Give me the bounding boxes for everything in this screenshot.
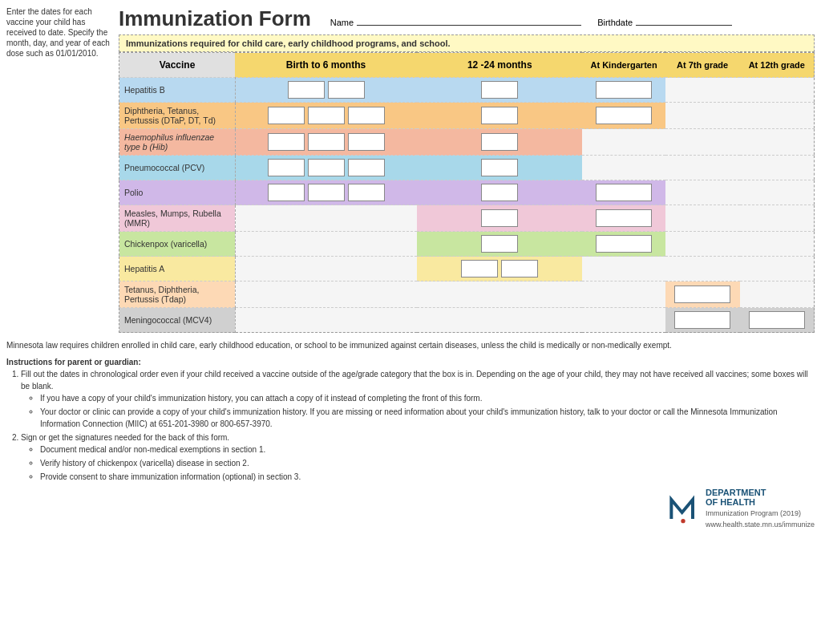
dose-cell [235, 103, 417, 129]
dose-cell [582, 281, 665, 308]
dose-input[interactable] [288, 81, 325, 99]
vaccine-name: Hepatitis A [119, 257, 236, 281]
bullet-2b: Verify history of chickenpox (varicella)… [40, 457, 815, 469]
dose-cell [740, 78, 815, 103]
dose-cell [740, 308, 815, 333]
dose-cell [665, 232, 740, 257]
birthdate-line [636, 25, 732, 26]
dose-cell [582, 257, 665, 281]
dose-cell [235, 205, 417, 232]
dose-input[interactable] [481, 81, 518, 99]
dose-input[interactable] [268, 133, 305, 151]
dose-input[interactable] [481, 107, 518, 124]
dose-cell [665, 129, 740, 156]
dose-cell [417, 129, 582, 156]
dose-cell [235, 232, 417, 257]
dose-cell [740, 103, 815, 129]
required-banner: Immunizations required for child care, e… [119, 34, 815, 52]
dose-input[interactable] [596, 107, 652, 124]
dose-cell [582, 78, 665, 103]
vaccine-name: Chickenpox (varicella) [119, 232, 236, 257]
dose-input[interactable] [596, 235, 652, 253]
vaccine-name: Meningococcal (MCV4) [119, 308, 236, 333]
dose-input[interactable] [674, 286, 730, 303]
svg-point-1 [681, 519, 685, 523]
vaccine-name: Polio [119, 180, 236, 205]
dose-input[interactable] [268, 107, 305, 124]
dose-input[interactable] [596, 184, 652, 201]
vaccine-name: Haemophilus influenzae type b (Hib) [119, 129, 236, 156]
dose-cell [582, 103, 665, 129]
dose-input[interactable] [268, 159, 305, 176]
dose-input[interactable] [268, 184, 305, 201]
vaccine-name: Pneumococcal (PCV) [119, 156, 236, 180]
age-header-kinder: At Kindergarten [582, 53, 665, 78]
instruction-2: Sign or get the signatures needed for th… [21, 431, 815, 483]
table-row: Measles, Mumps, Rubella (MMR) [119, 205, 815, 232]
dose-cell [665, 103, 740, 129]
dose-cell [417, 78, 582, 103]
vaccine-name: Tetanus, Diphtheria, Pertussis (Tdap) [119, 281, 236, 308]
dose-cell [665, 205, 740, 232]
dose-cell [665, 78, 740, 103]
dose-cell [417, 103, 582, 129]
dose-input[interactable] [596, 209, 652, 227]
dose-input[interactable] [481, 235, 518, 253]
dose-cell [417, 232, 582, 257]
bullet-1a: If you have a copy of your child's immun… [40, 392, 815, 404]
name-line [357, 25, 581, 26]
dose-input[interactable] [481, 209, 518, 227]
dose-cell [582, 129, 665, 156]
vaccine-name: Measles, Mumps, Rubella (MMR) [119, 205, 236, 232]
dose-cell [740, 205, 815, 232]
dose-cell [665, 180, 740, 205]
dose-cell [582, 308, 665, 333]
dose-cell [235, 180, 417, 205]
dose-input[interactable] [308, 133, 345, 151]
table-row: Hepatitis A [119, 257, 815, 281]
dept-text: DEPARTMENTOF HEALTH Immunization Program… [706, 488, 815, 530]
dose-cell [235, 78, 417, 103]
dose-cell [665, 308, 740, 333]
dose-cell [235, 129, 417, 156]
dose-input[interactable] [481, 184, 518, 201]
instructions-header: Instructions for parent or guardian: [6, 356, 815, 368]
dose-input[interactable] [481, 133, 518, 151]
age-header-7th: At 7th grade [665, 53, 740, 78]
dose-input[interactable] [596, 81, 652, 99]
dose-cell [740, 156, 815, 180]
dose-input[interactable] [674, 311, 730, 329]
dose-input[interactable] [481, 159, 518, 176]
dose-cell [740, 232, 815, 257]
dose-input[interactable] [348, 184, 385, 201]
name-label: Name [330, 18, 354, 27]
table-row: Pneumococcal (PCV) [119, 156, 815, 180]
birthdate-label: Birthdate [597, 18, 633, 27]
vaccine-column-header: Vaccine [119, 53, 236, 78]
dose-input[interactable] [348, 107, 385, 124]
dose-cell [417, 180, 582, 205]
dose-input[interactable] [308, 159, 345, 176]
dose-input[interactable] [461, 260, 498, 277]
age-header-1224: 12 -24 months [417, 53, 582, 78]
dose-cell [582, 232, 665, 257]
website-text: www.health.state.mn.us/immunize [706, 520, 815, 531]
dose-cell [740, 257, 815, 281]
age-header-birth6: Birth to 6 months [235, 53, 417, 78]
dose-cell [582, 180, 665, 205]
dose-input[interactable] [348, 133, 385, 151]
dose-input[interactable] [328, 81, 365, 99]
dose-cell [417, 156, 582, 180]
dose-input[interactable] [308, 184, 345, 201]
footer-section: Minnesota law requires children enrolled… [6, 339, 815, 530]
form-title: Immunization Form [119, 6, 311, 31]
dose-input[interactable] [348, 159, 385, 176]
vaccine-name: Hepatitis B [119, 78, 236, 103]
table-row: Polio [119, 180, 815, 205]
dose-input[interactable] [308, 107, 345, 124]
dose-input[interactable] [501, 260, 538, 277]
dose-input[interactable] [749, 311, 805, 329]
mn-logo-icon [667, 493, 699, 525]
dose-cell [235, 257, 417, 281]
table-row: Diphtheria, Tetanus, Pertussis (DTaP, DT… [119, 103, 815, 129]
